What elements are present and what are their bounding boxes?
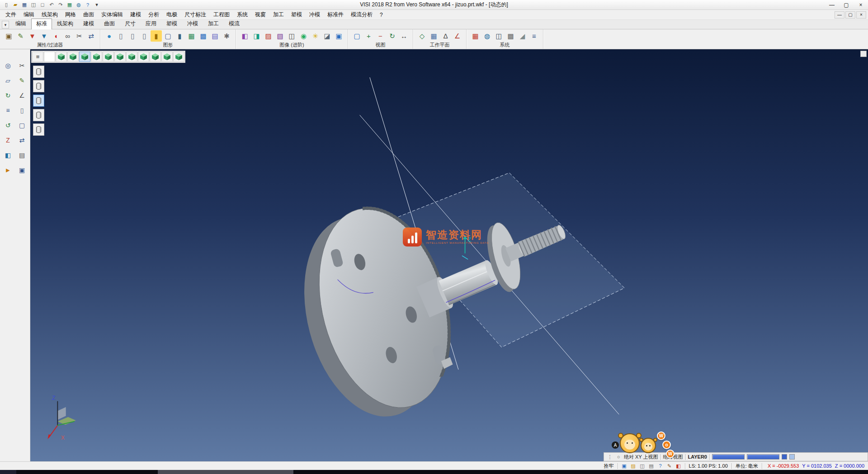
active-layer-label[interactable]: LAYER0 [688, 454, 707, 460]
menu-item[interactable]: 塑模 [288, 10, 306, 19]
new-file-icon[interactable]: ▯ [2, 1, 10, 9]
sketch-icon[interactable]: ✎ [17, 75, 28, 86]
ribbon-tab[interactable]: 建模 [78, 19, 99, 29]
wire-box-icon[interactable]: ▢ [162, 30, 174, 42]
minimize-button[interactable]: — [825, 0, 839, 9]
layer-filter-toggle-4[interactable] [33, 109, 44, 121]
swap-icon[interactable]: ⇄ [85, 30, 97, 42]
view-left-icon[interactable] [103, 52, 114, 62]
view-iso-icon[interactable] [56, 52, 67, 62]
menu-item[interactable]: 标准件 [324, 10, 347, 19]
printer-icon[interactable]: ◫ [638, 463, 646, 469]
color-table-icon[interactable]: ▦ [470, 30, 481, 42]
mdi-minimize-button[interactable]: — [835, 11, 844, 19]
menu-item[interactable]: 视窗 [251, 10, 269, 19]
menu-item[interactable]: ? [376, 10, 387, 19]
eye-icon[interactable]: ◉ [298, 30, 309, 42]
view-back-icon[interactable] [114, 52, 126, 62]
monitor-icon[interactable]: ◫ [493, 30, 505, 42]
globe-icon[interactable]: ◍ [481, 30, 493, 42]
undo-icon[interactable]: ↶ [47, 1, 56, 9]
fill-icon[interactable]: ◧ [3, 150, 14, 161]
help-icon[interactable]: ? [656, 463, 665, 469]
matrix-icon[interactable]: ▩ [505, 30, 516, 42]
mdi-close-button[interactable]: × [856, 11, 866, 19]
clone-icon[interactable]: ▣ [17, 165, 28, 175]
regen-icon[interactable]: ↺ [3, 120, 14, 131]
layer-filter-toggle-1[interactable] [33, 66, 44, 78]
view-cube-icon[interactable]: ◧ [675, 463, 683, 469]
mirror-icon[interactable]: ⇄ [17, 135, 28, 146]
pan-view-icon[interactable]: ↔ [398, 30, 410, 42]
ribbon-tab[interactable]: 编辑 [10, 19, 31, 29]
cylinder-icon[interactable]: ▯ [17, 105, 28, 116]
zoom-in-icon[interactable]: + [363, 30, 374, 42]
layer-b-icon[interactable]: ▯ [127, 30, 138, 42]
workplane-rotate-icon[interactable]: ∠ [452, 30, 463, 42]
view-top-icon[interactable] [67, 52, 79, 62]
mesh-icon[interactable]: ▩ [198, 30, 209, 42]
ribbon-tab[interactable]: 加工 [203, 19, 224, 29]
view-blank-icon[interactable] [44, 52, 55, 62]
grid-icon[interactable]: ▦ [186, 30, 197, 42]
texture-icon[interactable]: ▧ [274, 30, 286, 42]
snap-lock-label[interactable]: 拴牢 [603, 463, 615, 469]
world-icon[interactable]: ◍ [75, 1, 83, 9]
hatch-icon[interactable]: ▨ [263, 30, 274, 42]
magnet-icon[interactable]: ◖ [50, 30, 61, 42]
workplane-entity-icon[interactable]: ∆ [440, 30, 451, 42]
rotate-icon[interactable]: ↻ [3, 90, 14, 101]
layer-progress-bar[interactable] [747, 454, 779, 460]
calculator-icon[interactable]: ▤ [647, 463, 656, 469]
workplane-view-icon[interactable]: ▦ [428, 30, 439, 42]
shadow-icon[interactable]: ◢ [517, 30, 528, 42]
workplane-icon[interactable]: ▱ [3, 75, 14, 86]
z-filter-icon[interactable]: Z [3, 135, 14, 146]
view-axon-icon[interactable] [138, 52, 149, 62]
hidden-line-icon[interactable]: ◫ [286, 30, 297, 42]
zoom-icon[interactable]: ◎ [3, 60, 14, 71]
scissors-icon[interactable]: ✂ [74, 30, 85, 42]
view-right-icon[interactable] [91, 52, 102, 62]
color-chip[interactable] [782, 454, 787, 460]
print-icon[interactable]: ◫ [29, 1, 38, 9]
save-icon[interactable]: ▦ [20, 1, 28, 9]
brush-icon[interactable]: ✎ [15, 30, 26, 42]
layer-stack-icon[interactable]: ≡ [3, 105, 14, 116]
ribbon-tab[interactable]: 曲面 [99, 19, 120, 29]
ribbon-tab[interactable]: 冲模 [182, 19, 203, 29]
preview-icon[interactable]: ◻ [38, 1, 47, 9]
taskbar-app-button[interactable] [158, 470, 293, 474]
image-capture-icon[interactable]: ▨ [629, 463, 637, 469]
table-icon[interactable]: ▤ [209, 30, 221, 42]
layer-filter-toggle-3[interactable] [33, 95, 44, 107]
maximize-button[interactable]: ▢ [839, 0, 854, 9]
sphere-icon[interactable]: ● [104, 30, 115, 42]
ribbon-tab[interactable]: 模流 [224, 19, 245, 29]
properties-icon[interactable]: ✱ [221, 30, 232, 42]
layer-filter-toggle-5[interactable] [33, 123, 44, 136]
view-wireframe-icon[interactable] [173, 52, 184, 62]
cad-model-scene[interactable]: Z Z X [30, 49, 868, 461]
sheet-icon[interactable]: ▤ [17, 150, 28, 161]
help-icon[interactable]: ? [84, 1, 92, 9]
color-chip[interactable] [789, 454, 795, 460]
layer-progress-bar[interactable] [712, 454, 745, 460]
section-icon[interactable]: ◪ [321, 30, 333, 42]
filter-blue-icon[interactable]: ▼ [38, 30, 50, 42]
view-menu-icon[interactable]: ≡ [32, 52, 43, 62]
light-icon[interactable]: ✳ [310, 30, 321, 42]
workplane-standard-icon[interactable]: ◇ [416, 30, 428, 42]
menu-item[interactable]: 模流分析 [347, 10, 376, 19]
pen-icon[interactable]: ✎ [665, 463, 674, 469]
measure-icon[interactable]: ∠ [17, 90, 28, 101]
layer-a-icon[interactable]: ▯ [115, 30, 127, 42]
ribbon-tab[interactable]: 尺寸 [120, 19, 141, 29]
menu-item[interactable]: 加工 [269, 10, 288, 19]
grid-icon[interactable]: ▦ [66, 1, 74, 9]
units-indicator[interactable]: 单位: 毫米 [734, 463, 760, 469]
display-settings-icon[interactable]: ▣ [620, 463, 628, 469]
link-icon[interactable]: ∞ [62, 30, 73, 42]
menu-item[interactable]: 冲模 [306, 10, 324, 19]
view-previous-icon[interactable] [150, 52, 161, 62]
